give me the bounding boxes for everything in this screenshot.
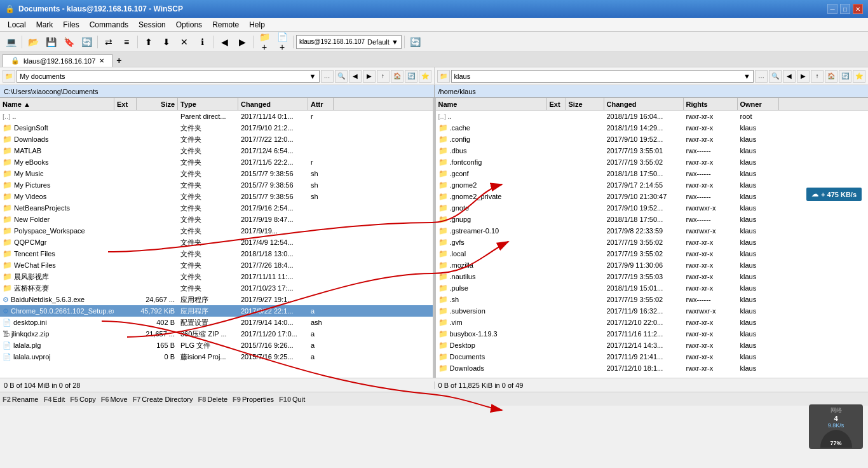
left-file-row[interactable]: 📁 DesignSoft 文件夹 2017/9/10 21:2... <box>0 122 433 134</box>
tb-back[interactable]: ◀ <box>216 34 233 50</box>
right-explore-button[interactable]: 🔍 <box>769 70 782 83</box>
left-file-row[interactable]: 📁 蓝桥杯竞赛 文件夹 2017/10/23 17:... <box>0 282 433 294</box>
left-file-row[interactable]: 📁 My Videos 文件夹 2015/7/7 9:38:56 sh <box>0 191 433 202</box>
right-col-changed[interactable]: Changed <box>604 98 684 110</box>
left-file-row[interactable]: 📄 lalala.uvproj 0 B 藤ision4 Proj... 2015… <box>0 351 433 362</box>
left-browse-button[interactable]: … <box>321 70 334 83</box>
left-home-button[interactable]: 🏠 <box>391 70 403 83</box>
session-tab[interactable]: 🔒 klaus@192.168.16.107 ✕ <box>3 54 112 67</box>
left-col-size[interactable]: Size <box>137 98 178 110</box>
right-file-row[interactable]: 📁 .local 2017/7/19 3:55:02 rwxr-xr-x kla… <box>436 248 869 259</box>
left-file-row[interactable]: ⚙ BaiduNetdisk_5.6.3.exe 24,667 ... 应用程序… <box>0 294 433 305</box>
fn-f7-key[interactable]: F7 Create Directory <box>133 396 193 403</box>
right-file-row[interactable]: 📁 .pulse 2018/1/19 15:01... rwxr-xr-x kl… <box>436 282 869 294</box>
tb-delete[interactable]: ✕ <box>176 34 193 50</box>
right-pane-body[interactable]: [..] .. 2018/1/19 16:04... rwxr-xr-x roo… <box>436 111 869 378</box>
menu-mark[interactable]: Mark <box>31 18 58 31</box>
tb-keepup[interactable]: 🔄 <box>407 34 424 50</box>
fn-f6-key[interactable]: F6 Move <box>101 396 128 403</box>
menu-options[interactable]: Options <box>171 18 207 31</box>
tb-forward[interactable]: ▶ <box>234 34 250 50</box>
right-home-button[interactable]: 🏠 <box>825 70 837 83</box>
menu-commands[interactable]: Commands <box>85 18 133 31</box>
right-file-row[interactable]: 📁 .dbus 2017/7/19 3:55:01 rwx------ klau… <box>436 145 869 156</box>
left-file-row[interactable]: 📁 QQPCMgr 文件夹 2017/4/9 12:54... <box>0 237 433 248</box>
left-forward-button[interactable]: ▶ <box>363 70 376 83</box>
tb-sync[interactable]: ⇄ <box>100 34 117 50</box>
fn-f2-key[interactable]: F2 Rename <box>3 396 38 403</box>
left-file-row[interactable]: 📁 New Folder 文件夹 2017/9/19 8:47... <box>0 214 433 225</box>
left-file-row[interactable]: [..] .. Parent direct... 2017/11/14 0:1.… <box>0 111 433 122</box>
right-file-row[interactable]: 📁 .gvfs 2017/7/19 3:55:02 rwxr-xr-x klau… <box>436 237 869 248</box>
tb-open[interactable]: 📂 <box>25 34 41 50</box>
right-file-row[interactable]: 📁 Downloads 2017/12/10 18:1... rwxr-xr-x… <box>436 362 869 374</box>
fn-f8-key[interactable]: F8 Delete <box>198 396 227 403</box>
tb-bookmark[interactable]: 🔖 <box>60 34 77 50</box>
left-col-name[interactable]: Name ▲ <box>0 98 114 110</box>
menu-help[interactable]: Help <box>244 18 270 31</box>
left-file-row[interactable]: 📄 desktop.ini 402 B 配置设置 2017/9/14 14:0.… <box>0 317 433 328</box>
right-back-button[interactable]: ◀ <box>783 70 796 83</box>
left-pane-body[interactable]: [..] .. Parent direct... 2017/11/14 0:1.… <box>0 111 433 378</box>
right-up-button[interactable]: ↑ <box>811 70 824 83</box>
right-browse-button[interactable]: … <box>755 70 768 83</box>
view-dropdown[interactable]: klaus@192.168.16.107 Default ▼ <box>296 35 402 49</box>
maximize-button[interactable]: □ <box>840 4 850 14</box>
right-file-row[interactable]: 📁 .gnome2 2017/9/17 2:14:55 rwxr-xr-x kl… <box>436 179 869 191</box>
right-file-row[interactable]: 📁 .vim 2017/12/10 22:0... rwxr-xr-x klau… <box>436 317 869 328</box>
right-col-name[interactable]: Name <box>436 98 547 110</box>
left-file-row[interactable]: 📁 My Pictures 文件夹 2015/7/7 9:38:56 sh <box>0 179 433 191</box>
right-file-row[interactable]: 📁 .nautilus 2017/7/19 3:55:03 rwxr-xr-x … <box>436 271 869 282</box>
minimize-button[interactable]: ─ <box>827 4 837 14</box>
right-file-row[interactable]: 📁 .gnome2_private 2017/9/10 21:30:47 rwx… <box>436 191 869 202</box>
right-refresh-button[interactable]: 🔄 <box>839 70 851 83</box>
tb-new-session[interactable]: 💻 <box>3 34 19 50</box>
left-file-row[interactable]: 📁 Polyspace_Workspace 文件夹 2017/9/19... <box>0 225 433 237</box>
right-file-row[interactable]: 📁 .gnupg 2018/1/18 17:50... rwx------ kl… <box>436 214 869 225</box>
right-col-ext[interactable]: Ext <box>547 98 566 110</box>
right-col-owner[interactable]: Owner <box>738 98 779 110</box>
right-file-row[interactable]: [..] .. 2018/1/19 16:04... rwxr-xr-x roo… <box>436 111 869 122</box>
right-file-row[interactable]: 📁 .cache 2018/1/19 14:29... rwxr-xr-x kl… <box>436 122 869 134</box>
left-col-ext[interactable]: Ext <box>114 98 137 110</box>
right-file-row[interactable]: 📁 .gconf 2018/1/18 17:50... rwx------ kl… <box>436 168 869 179</box>
left-file-row[interactable]: 📁 晨风影视库 文件夹 2017/11/11 11:... <box>0 271 433 282</box>
tb-compare[interactable]: ≡ <box>118 34 135 50</box>
left-file-row[interactable]: 📁 My Music 文件夹 2015/7/7 9:38:56 sh <box>0 168 433 179</box>
right-file-row[interactable]: 📁 .config 2017/9/10 19:52... rwxr-xr-x k… <box>436 134 869 145</box>
left-file-row[interactable]: 📁 Tencent Files 文件夹 2018/1/18 13:0... <box>0 248 433 259</box>
left-folder-icon[interactable]: 📁 <box>3 70 15 83</box>
right-address-dropdown[interactable]: klaus ▼ <box>451 70 754 83</box>
menu-session[interactable]: Session <box>133 18 171 31</box>
tb-newfile[interactable]: 📄+ <box>274 34 290 50</box>
left-up-button[interactable]: ↑ <box>377 70 390 83</box>
left-col-type[interactable]: Type <box>178 98 238 110</box>
window-controls[interactable]: ─ □ ✕ <box>827 4 863 14</box>
tb-save[interactable]: 💾 <box>43 34 59 50</box>
fn-f9-key[interactable]: F9 Properties <box>233 396 274 403</box>
right-file-row[interactable]: 📁 Desktop 2017/12/14 14:3... rwxr-xr-x k… <box>436 340 869 351</box>
left-file-row[interactable]: 📁 WeChat Files 文件夹 2017/7/26 18:4... <box>0 259 433 271</box>
tb-newdir[interactable]: 📁+ <box>256 34 273 50</box>
right-forward-button[interactable]: ▶ <box>797 70 810 83</box>
right-file-row[interactable]: 📁 .gnote 2017/9/10 19:52... rwxrwxr-x kl… <box>436 202 869 214</box>
right-file-row[interactable]: 📁 .sh 2017/7/19 3:55:02 rwx------ klaus <box>436 294 869 305</box>
left-col-changed[interactable]: Changed <box>238 98 308 110</box>
left-file-row[interactable]: 📄 lalala.plg 165 B PLG 文件 2015/7/16 9:26… <box>0 340 433 351</box>
add-tab-button[interactable]: + <box>112 54 125 67</box>
right-folder-icon[interactable]: 📁 <box>437 70 450 83</box>
tb-properties[interactable]: ℹ <box>194 34 210 50</box>
left-file-row[interactable]: 📁 Downloads 文件夹 2017/7/22 12:0... <box>0 134 433 145</box>
tb-upload[interactable]: ⬆ <box>140 34 157 50</box>
right-file-row[interactable]: 📁 .gstreamer-0.10 2017/9/8 22:33:59 rwxr… <box>436 225 869 237</box>
menu-remote[interactable]: Remote <box>207 18 244 31</box>
menu-files[interactable]: Files <box>58 18 84 31</box>
right-file-row[interactable]: 📁 .fontconfig 2017/7/19 3:55:02 rwxr-xr-… <box>436 156 869 168</box>
fn-f5-key[interactable]: F5 Copy <box>70 396 96 403</box>
menu-local[interactable]: Local <box>3 18 31 31</box>
left-fav-button[interactable]: ⭐ <box>419 70 431 83</box>
right-col-rights[interactable]: Rights <box>684 98 738 110</box>
tb-refresh[interactable]: 🔄 <box>78 34 95 50</box>
left-col-attr[interactable]: Attr <box>308 98 334 110</box>
close-button[interactable]: ✕ <box>853 4 863 14</box>
